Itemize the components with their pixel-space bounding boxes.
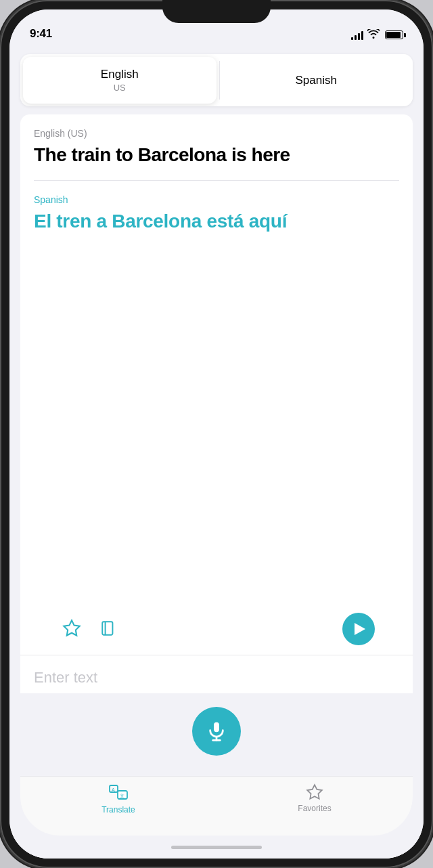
target-language-name: Spanish — [228, 74, 405, 87]
translation-area: English (US) The train to Barcelona is h… — [20, 114, 413, 655]
mic-icon — [206, 720, 227, 742]
nav-favorites-button[interactable]: Favorites — [216, 783, 413, 813]
home-bar — [171, 846, 262, 849]
favorite-button[interactable] — [58, 615, 85, 644]
book-icon — [100, 620, 118, 637]
svg-rect-1 — [102, 622, 112, 635]
source-lang-label: English (US) — [34, 128, 399, 139]
nav-translate-button[interactable]: A 文 Translate — [20, 783, 216, 815]
source-text: The train to Barcelona is here — [34, 143, 399, 167]
mic-area — [9, 693, 424, 776]
nav-translate-label: Translate — [101, 805, 135, 815]
translated-section: Spanish El tren a Barcelona está aquí — [34, 194, 399, 246]
mic-button[interactable] — [192, 707, 241, 756]
favorites-icon — [306, 783, 323, 801]
battery-icon — [385, 30, 403, 39]
nav-favorites-label: Favorites — [298, 804, 331, 813]
translated-lang-label: Spanish — [34, 194, 399, 205]
home-indicator — [9, 836, 424, 859]
signal-icon — [351, 30, 363, 40]
action-row — [45, 603, 388, 655]
svg-rect-3 — [214, 722, 219, 733]
star-icon — [62, 619, 81, 638]
svg-marker-0 — [64, 620, 79, 635]
play-button[interactable] — [342, 613, 375, 645]
phone-screen: 9:41 — [9, 9, 424, 859]
svg-text:A: A — [112, 787, 115, 792]
wifi-icon — [367, 29, 380, 41]
svg-marker-10 — [307, 785, 322, 799]
spacer — [34, 246, 399, 603]
section-divider — [34, 180, 399, 181]
source-language-sub: US — [31, 83, 208, 93]
input-area[interactable]: Enter text — [20, 655, 413, 693]
svg-text:文: 文 — [120, 794, 124, 798]
phrasebook-button[interactable] — [96, 615, 122, 643]
translated-text: El tren a Barcelona está aquí — [34, 209, 399, 233]
play-icon — [355, 623, 365, 635]
notch — [162, 0, 271, 23]
source-language-button[interactable]: English US — [23, 57, 216, 104]
text-input-placeholder[interactable]: Enter text — [34, 669, 399, 687]
source-language-name: English — [31, 68, 208, 81]
status-time: 9:41 — [30, 27, 52, 41]
language-selector: English US Spanish — [20, 54, 413, 106]
app-content: English US Spanish English (US) The trai… — [9, 46, 424, 859]
translate-icon: A 文 — [108, 783, 129, 802]
phone-frame: 9:41 — [0, 0, 433, 868]
target-language-button[interactable]: Spanish — [220, 54, 413, 106]
source-section: English (US) The train to Barcelona is h… — [34, 128, 399, 180]
status-icons — [351, 29, 403, 41]
bottom-nav: A 文 Translate Favorites — [20, 776, 413, 836]
